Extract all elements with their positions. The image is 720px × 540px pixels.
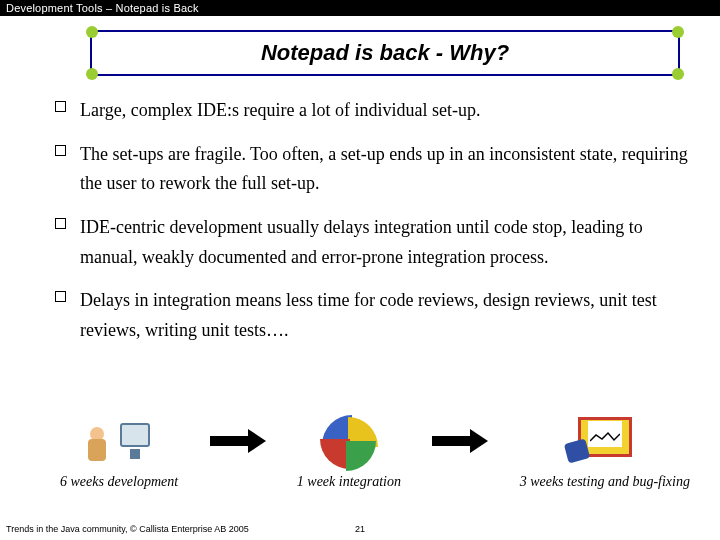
title-frame: Notepad is back - Why? xyxy=(90,30,680,76)
corner-dot-icon xyxy=(86,68,98,80)
bullet-text: Large, complex IDE:s require a lot of in… xyxy=(80,96,481,126)
developer-clipart-icon xyxy=(84,413,154,468)
slide-header: Development Tools – Notepad is Back xyxy=(0,0,720,16)
puzzle-clipart-icon xyxy=(314,413,384,468)
arrow-right-icon xyxy=(432,432,488,450)
corner-dot-icon xyxy=(672,26,684,38)
slide-header-text: Development Tools – Notepad is Back xyxy=(6,2,199,14)
bullet-item: IDE-centric development usually delays i… xyxy=(55,213,690,272)
bullet-square-icon xyxy=(55,101,66,112)
stage-development: 6 weeks development xyxy=(60,413,178,490)
bullet-text: Delays in integration means less time fo… xyxy=(80,286,690,345)
bullet-list: Large, complex IDE:s require a lot of in… xyxy=(55,96,690,346)
stage-caption: 6 weeks development xyxy=(60,474,178,490)
bullet-square-icon xyxy=(55,145,66,156)
slide-title: Notepad is back - Why? xyxy=(102,40,668,66)
stage-testing: 3 weeks testing and bug-fixing xyxy=(520,413,690,490)
footer-copyright: Trends in the Java community, © Callista… xyxy=(6,524,249,534)
stage-integration: 1 week integration xyxy=(297,413,401,490)
testing-clipart-icon xyxy=(570,413,640,468)
footer-page-number: 21 xyxy=(355,524,365,534)
corner-dot-icon xyxy=(86,26,98,38)
stage-caption: 1 week integration xyxy=(297,474,401,490)
stage-caption: 3 weeks testing and bug-fixing xyxy=(520,474,690,490)
arrow-right-icon xyxy=(210,432,266,450)
corner-dot-icon xyxy=(672,68,684,80)
slide-footer: Trends in the Java community, © Callista… xyxy=(6,524,714,534)
bullet-text: The set-ups are fragile. Too often, a se… xyxy=(80,140,690,199)
process-diagram: 6 weeks development 1 week integration 3… xyxy=(60,413,690,490)
bullet-item: The set-ups are fragile. Too often, a se… xyxy=(55,140,690,199)
bullet-text: IDE-centric development usually delays i… xyxy=(80,213,690,272)
bullet-item: Delays in integration means less time fo… xyxy=(55,286,690,345)
bullet-item: Large, complex IDE:s require a lot of in… xyxy=(55,96,690,126)
bullet-square-icon xyxy=(55,218,66,229)
bullet-square-icon xyxy=(55,291,66,302)
